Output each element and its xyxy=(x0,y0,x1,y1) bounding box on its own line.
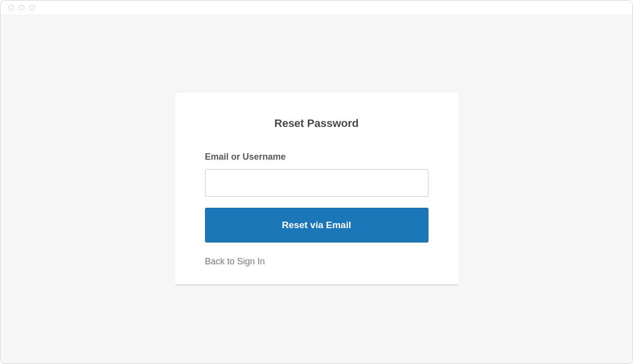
email-username-input[interactable] xyxy=(205,169,428,197)
page-content: Reset Password Email or Username Reset v… xyxy=(0,15,633,364)
window-maximize-icon[interactable] xyxy=(29,5,35,10)
back-to-sign-in-link[interactable]: Back to Sign In xyxy=(205,256,265,267)
email-username-label: Email or Username xyxy=(205,152,428,162)
browser-window: Reset Password Email or Username Reset v… xyxy=(0,0,633,364)
browser-titlebar xyxy=(0,0,633,15)
reset-via-email-button[interactable]: Reset via Email xyxy=(205,208,428,243)
window-minimize-icon[interactable] xyxy=(19,5,24,10)
window-close-icon[interactable] xyxy=(8,5,14,10)
card-title: Reset Password xyxy=(205,117,428,130)
reset-password-card: Reset Password Email or Username Reset v… xyxy=(175,92,458,285)
